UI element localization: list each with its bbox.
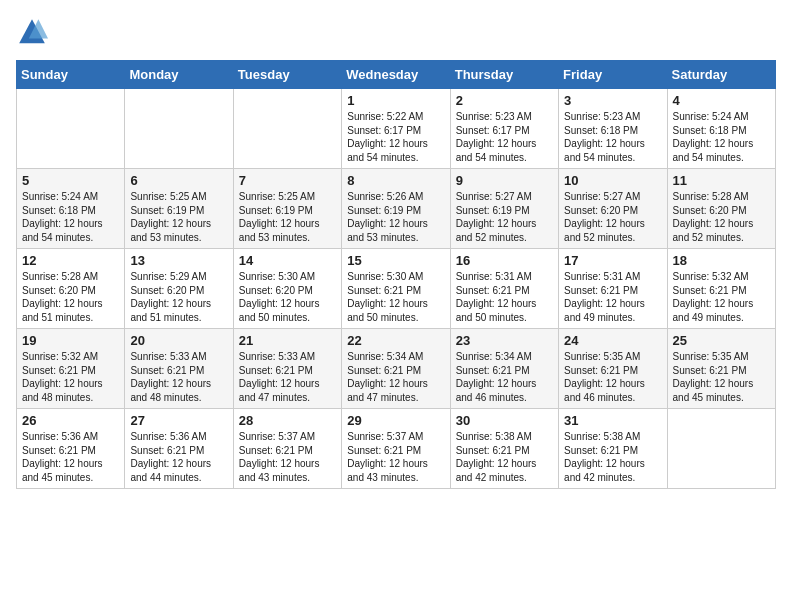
- day-number: 20: [130, 333, 227, 348]
- day-info: Sunrise: 5:38 AM Sunset: 6:21 PM Dayligh…: [456, 430, 553, 484]
- calendar-cell: 16Sunrise: 5:31 AM Sunset: 6:21 PM Dayli…: [450, 249, 558, 329]
- calendar-cell: 26Sunrise: 5:36 AM Sunset: 6:21 PM Dayli…: [17, 409, 125, 489]
- day-info: Sunrise: 5:36 AM Sunset: 6:21 PM Dayligh…: [130, 430, 227, 484]
- calendar-cell: 13Sunrise: 5:29 AM Sunset: 6:20 PM Dayli…: [125, 249, 233, 329]
- calendar-cell: 14Sunrise: 5:30 AM Sunset: 6:20 PM Dayli…: [233, 249, 341, 329]
- calendar-week-row: 1Sunrise: 5:22 AM Sunset: 6:17 PM Daylig…: [17, 89, 776, 169]
- day-info: Sunrise: 5:24 AM Sunset: 6:18 PM Dayligh…: [22, 190, 119, 244]
- header-thursday: Thursday: [450, 61, 558, 89]
- day-info: Sunrise: 5:33 AM Sunset: 6:21 PM Dayligh…: [239, 350, 336, 404]
- calendar-week-row: 12Sunrise: 5:28 AM Sunset: 6:20 PM Dayli…: [17, 249, 776, 329]
- calendar-cell: 28Sunrise: 5:37 AM Sunset: 6:21 PM Dayli…: [233, 409, 341, 489]
- calendar-cell: 12Sunrise: 5:28 AM Sunset: 6:20 PM Dayli…: [17, 249, 125, 329]
- day-info: Sunrise: 5:25 AM Sunset: 6:19 PM Dayligh…: [130, 190, 227, 244]
- day-number: 30: [456, 413, 553, 428]
- day-number: 9: [456, 173, 553, 188]
- day-number: 28: [239, 413, 336, 428]
- day-info: Sunrise: 5:35 AM Sunset: 6:21 PM Dayligh…: [673, 350, 770, 404]
- day-number: 11: [673, 173, 770, 188]
- day-info: Sunrise: 5:37 AM Sunset: 6:21 PM Dayligh…: [347, 430, 444, 484]
- day-info: Sunrise: 5:33 AM Sunset: 6:21 PM Dayligh…: [130, 350, 227, 404]
- logo: [16, 16, 52, 48]
- day-info: Sunrise: 5:28 AM Sunset: 6:20 PM Dayligh…: [22, 270, 119, 324]
- calendar-cell: 1Sunrise: 5:22 AM Sunset: 6:17 PM Daylig…: [342, 89, 450, 169]
- calendar-cell: 4Sunrise: 5:24 AM Sunset: 6:18 PM Daylig…: [667, 89, 775, 169]
- day-number: 12: [22, 253, 119, 268]
- calendar-week-row: 19Sunrise: 5:32 AM Sunset: 6:21 PM Dayli…: [17, 329, 776, 409]
- day-info: Sunrise: 5:24 AM Sunset: 6:18 PM Dayligh…: [673, 110, 770, 164]
- calendar-cell: [17, 89, 125, 169]
- header-sunday: Sunday: [17, 61, 125, 89]
- day-number: 29: [347, 413, 444, 428]
- day-info: Sunrise: 5:38 AM Sunset: 6:21 PM Dayligh…: [564, 430, 661, 484]
- day-number: 23: [456, 333, 553, 348]
- calendar-cell: 22Sunrise: 5:34 AM Sunset: 6:21 PM Dayli…: [342, 329, 450, 409]
- calendar-week-row: 5Sunrise: 5:24 AM Sunset: 6:18 PM Daylig…: [17, 169, 776, 249]
- day-number: 31: [564, 413, 661, 428]
- day-info: Sunrise: 5:25 AM Sunset: 6:19 PM Dayligh…: [239, 190, 336, 244]
- day-number: 27: [130, 413, 227, 428]
- day-number: 1: [347, 93, 444, 108]
- header-friday: Friday: [559, 61, 667, 89]
- day-number: 14: [239, 253, 336, 268]
- calendar-cell: 7Sunrise: 5:25 AM Sunset: 6:19 PM Daylig…: [233, 169, 341, 249]
- day-number: 15: [347, 253, 444, 268]
- page-header: [16, 16, 776, 48]
- day-info: Sunrise: 5:26 AM Sunset: 6:19 PM Dayligh…: [347, 190, 444, 244]
- day-number: 7: [239, 173, 336, 188]
- calendar-cell: 30Sunrise: 5:38 AM Sunset: 6:21 PM Dayli…: [450, 409, 558, 489]
- calendar-cell: 21Sunrise: 5:33 AM Sunset: 6:21 PM Dayli…: [233, 329, 341, 409]
- calendar-cell: 29Sunrise: 5:37 AM Sunset: 6:21 PM Dayli…: [342, 409, 450, 489]
- calendar-cell: 18Sunrise: 5:32 AM Sunset: 6:21 PM Dayli…: [667, 249, 775, 329]
- day-number: 6: [130, 173, 227, 188]
- day-number: 5: [22, 173, 119, 188]
- day-info: Sunrise: 5:32 AM Sunset: 6:21 PM Dayligh…: [22, 350, 119, 404]
- day-number: 24: [564, 333, 661, 348]
- day-number: 17: [564, 253, 661, 268]
- calendar-cell: 10Sunrise: 5:27 AM Sunset: 6:20 PM Dayli…: [559, 169, 667, 249]
- header-tuesday: Tuesday: [233, 61, 341, 89]
- day-info: Sunrise: 5:29 AM Sunset: 6:20 PM Dayligh…: [130, 270, 227, 324]
- calendar-cell: 31Sunrise: 5:38 AM Sunset: 6:21 PM Dayli…: [559, 409, 667, 489]
- day-info: Sunrise: 5:31 AM Sunset: 6:21 PM Dayligh…: [456, 270, 553, 324]
- day-info: Sunrise: 5:35 AM Sunset: 6:21 PM Dayligh…: [564, 350, 661, 404]
- day-number: 22: [347, 333, 444, 348]
- calendar-cell: 23Sunrise: 5:34 AM Sunset: 6:21 PM Dayli…: [450, 329, 558, 409]
- calendar-cell: 24Sunrise: 5:35 AM Sunset: 6:21 PM Dayli…: [559, 329, 667, 409]
- day-info: Sunrise: 5:30 AM Sunset: 6:20 PM Dayligh…: [239, 270, 336, 324]
- day-info: Sunrise: 5:28 AM Sunset: 6:20 PM Dayligh…: [673, 190, 770, 244]
- logo-icon: [16, 16, 48, 48]
- day-info: Sunrise: 5:32 AM Sunset: 6:21 PM Dayligh…: [673, 270, 770, 324]
- day-info: Sunrise: 5:34 AM Sunset: 6:21 PM Dayligh…: [456, 350, 553, 404]
- day-info: Sunrise: 5:23 AM Sunset: 6:17 PM Dayligh…: [456, 110, 553, 164]
- day-number: 25: [673, 333, 770, 348]
- day-number: 8: [347, 173, 444, 188]
- day-info: Sunrise: 5:30 AM Sunset: 6:21 PM Dayligh…: [347, 270, 444, 324]
- day-number: 18: [673, 253, 770, 268]
- calendar-cell: 6Sunrise: 5:25 AM Sunset: 6:19 PM Daylig…: [125, 169, 233, 249]
- calendar-cell: 9Sunrise: 5:27 AM Sunset: 6:19 PM Daylig…: [450, 169, 558, 249]
- calendar-cell: 25Sunrise: 5:35 AM Sunset: 6:21 PM Dayli…: [667, 329, 775, 409]
- calendar-cell: 3Sunrise: 5:23 AM Sunset: 6:18 PM Daylig…: [559, 89, 667, 169]
- day-info: Sunrise: 5:27 AM Sunset: 6:20 PM Dayligh…: [564, 190, 661, 244]
- day-number: 16: [456, 253, 553, 268]
- calendar-cell: 19Sunrise: 5:32 AM Sunset: 6:21 PM Dayli…: [17, 329, 125, 409]
- day-number: 26: [22, 413, 119, 428]
- day-info: Sunrise: 5:22 AM Sunset: 6:17 PM Dayligh…: [347, 110, 444, 164]
- day-number: 13: [130, 253, 227, 268]
- calendar-cell: 8Sunrise: 5:26 AM Sunset: 6:19 PM Daylig…: [342, 169, 450, 249]
- day-number: 10: [564, 173, 661, 188]
- day-info: Sunrise: 5:37 AM Sunset: 6:21 PM Dayligh…: [239, 430, 336, 484]
- calendar-cell: [233, 89, 341, 169]
- day-info: Sunrise: 5:34 AM Sunset: 6:21 PM Dayligh…: [347, 350, 444, 404]
- calendar-cell: [125, 89, 233, 169]
- calendar-cell: [667, 409, 775, 489]
- calendar-cell: 17Sunrise: 5:31 AM Sunset: 6:21 PM Dayli…: [559, 249, 667, 329]
- day-info: Sunrise: 5:27 AM Sunset: 6:19 PM Dayligh…: [456, 190, 553, 244]
- header-wednesday: Wednesday: [342, 61, 450, 89]
- calendar-cell: 11Sunrise: 5:28 AM Sunset: 6:20 PM Dayli…: [667, 169, 775, 249]
- day-number: 19: [22, 333, 119, 348]
- calendar-cell: 20Sunrise: 5:33 AM Sunset: 6:21 PM Dayli…: [125, 329, 233, 409]
- calendar-cell: 5Sunrise: 5:24 AM Sunset: 6:18 PM Daylig…: [17, 169, 125, 249]
- calendar-cell: 15Sunrise: 5:30 AM Sunset: 6:21 PM Dayli…: [342, 249, 450, 329]
